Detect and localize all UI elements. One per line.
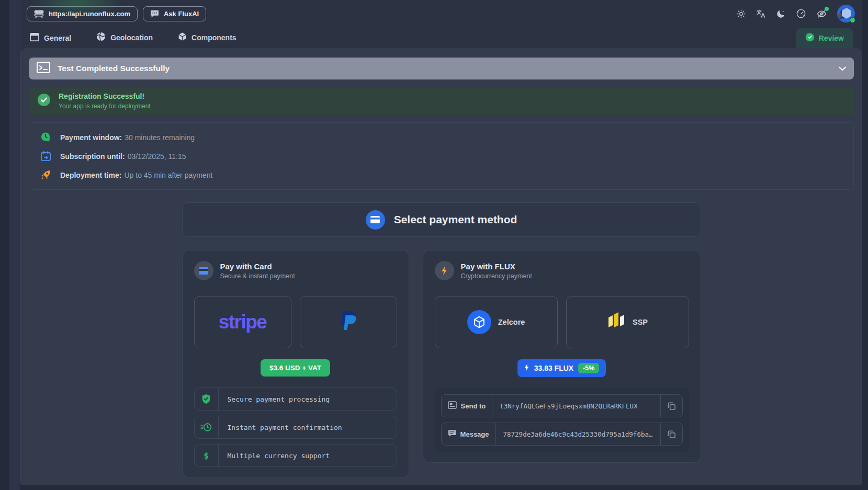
flux-amount: 33.83 FLUX	[534, 364, 573, 372]
eye-off-icon[interactable]	[816, 8, 827, 19]
flux-methods: Zelcore SSP	[435, 296, 689, 348]
feature-label: Instant payment confirmation	[219, 424, 342, 431]
tab-label: General	[44, 34, 71, 42]
registration-success-alert: Registration Successful! Your app is rea…	[29, 87, 854, 115]
chat-bubble-icon	[150, 10, 159, 18]
check-circle-icon	[37, 93, 51, 109]
stripe-button[interactable]: stripe	[194, 296, 291, 348]
info-row-subscription: Subscription until:03/12/2025, 11:15	[39, 151, 843, 162]
send-to-row: Send to t3NryfAQLGeFs9jEoeqsxmBN2QLRaRKF…	[441, 394, 683, 417]
tab-label: Geolocation	[110, 33, 153, 42]
info-label: Deployment time:	[60, 171, 121, 179]
info-value: 30 minutes remaining	[125, 133, 195, 142]
terminal-icon	[37, 62, 50, 75]
cube-icon	[178, 32, 187, 43]
copy-message-button[interactable]	[660, 423, 682, 445]
pay-with-card-panel: Pay with Card Secure & instant payment s…	[182, 250, 409, 478]
ask-fluxai-button[interactable]: Ask FluxAI	[143, 6, 206, 21]
pay-with-flux-panel: Pay with FLUX Cryptocurrency payment	[423, 250, 701, 463]
message-label: Message	[460, 430, 489, 438]
clock-icon	[39, 132, 52, 143]
stripe-logo: stripe	[219, 311, 267, 333]
banner-title: Test Completed Successfully	[58, 64, 170, 73]
payment-section: Select payment method Pay with Card	[182, 202, 701, 478]
credit-card-icon	[366, 210, 385, 230]
message-icon	[448, 429, 456, 439]
app-window: https://api.runonflux.com Ask FluxAI	[20, 0, 862, 485]
dark-mode-moon-icon[interactable]	[776, 9, 786, 19]
card-features: Secure payment processing Instant payme	[194, 388, 397, 467]
server-icon	[34, 10, 44, 18]
ask-fluxai-label: Ask FluxAI	[164, 10, 199, 18]
app-url-chip[interactable]: https://api.runonflux.com	[27, 6, 138, 21]
message-row: Message 78729de3a6de46c9c43d25330d795a1d…	[441, 423, 683, 446]
fast-clock-icon	[195, 416, 219, 438]
flux-badge-row: 33.83 FLUX -5%	[435, 359, 689, 377]
info-label: Payment window:	[60, 133, 122, 142]
flux-amount-badge[interactable]: 33.83 FLUX -5%	[517, 359, 606, 377]
feature-label: Multiple currency support	[219, 452, 330, 460]
copy-address-button[interactable]	[660, 395, 682, 417]
rocket-icon	[39, 169, 52, 180]
calendar-icon	[39, 151, 52, 162]
globe-icon	[96, 32, 106, 43]
test-result-banner[interactable]: Test Completed Successfully	[29, 58, 854, 79]
avatar-status-dot	[850, 17, 855, 23]
card-methods: stripe	[194, 296, 397, 348]
wallet-card-icon	[448, 401, 457, 411]
tab-bar: General Geolocation Components	[20, 27, 862, 48]
gauge-icon[interactable]	[796, 8, 806, 19]
tab-geolocation[interactable]: Geolocation	[96, 32, 153, 48]
paypal-button[interactable]	[300, 296, 397, 348]
flux-panel-subtitle: Cryptocurrency payment	[461, 272, 532, 280]
send-to-label-cell: Send to	[442, 395, 493, 417]
main-content: Test Completed Successfully Registration…	[20, 48, 862, 485]
price-badge-row: $3.6 USD + VAT	[194, 359, 397, 377]
window-icon	[30, 33, 39, 43]
info-label: Subscription until:	[60, 152, 125, 161]
card-panel-title: Pay with Card	[220, 262, 295, 271]
info-value: Up to 45 min after payment	[124, 171, 212, 179]
shield-check-icon	[195, 388, 219, 410]
feature-row-currency: $ Multiple currency support	[194, 444, 397, 467]
feature-label: Secure payment processing	[219, 395, 330, 403]
avatar[interactable]	[837, 5, 855, 22]
message-label-cell: Message	[442, 423, 496, 445]
translate-icon[interactable]	[756, 9, 766, 19]
tab-review[interactable]: Review	[796, 28, 853, 48]
zelcore-button[interactable]: Zelcore	[435, 296, 558, 348]
card-icon	[194, 261, 213, 280]
message-value: 78729de3a6de46c9c43d25330d795a1d9f6ba…	[496, 430, 660, 438]
select-payment-header: Select payment method	[182, 202, 701, 237]
tab-label: Review	[819, 34, 844, 42]
feature-row-secure: Secure payment processing	[194, 388, 397, 411]
tab-components[interactable]: Components	[178, 32, 236, 48]
deployment-info-panel: Payment window:30 minutes remaining Subs…	[29, 122, 854, 190]
gear-icon[interactable]	[736, 9, 746, 19]
success-title: Registration Successful!	[59, 92, 151, 100]
select-payment-title: Select payment method	[394, 213, 517, 226]
card-panel-header: Pay with Card Secure & instant payment	[194, 261, 397, 280]
app-url-label: https://api.runonflux.com	[49, 10, 130, 18]
info-row-payment-window: Payment window:30 minutes remaining	[39, 132, 843, 143]
ssp-button[interactable]: SSP	[566, 296, 689, 348]
flux-panel-header: Pay with FLUX Cryptocurrency payment	[435, 261, 689, 280]
notification-dot	[825, 7, 829, 11]
paypal-logo-icon	[339, 309, 358, 335]
success-subtitle: Your app is ready for deployment	[59, 102, 151, 110]
zelcore-cube-icon	[467, 310, 491, 334]
discount-chip: -5%	[578, 363, 599, 373]
card-panel-subtitle: Secure & instant payment	[220, 272, 295, 280]
chevron-down-icon[interactable]	[839, 66, 846, 71]
top-bar: https://api.runonflux.com Ask FluxAI	[20, 0, 862, 27]
flux-address-panel: Send to t3NryfAQLGeFs9jEoeqsxmBN2QLRaRKF…	[435, 388, 689, 452]
tab-label: Components	[191, 33, 236, 42]
tab-general[interactable]: General	[30, 33, 71, 48]
send-to-address: t3NryfAQLGeFs9jEoeqsxmBN2QLRaRKFLUX	[492, 402, 660, 410]
info-value: 03/12/2025, 11:15	[128, 152, 186, 161]
price-badge[interactable]: $3.6 USD + VAT	[261, 359, 330, 377]
info-row-deployment-time: Deployment time:Up to 45 min after payme…	[39, 169, 843, 180]
method-label: Zelcore	[498, 318, 525, 326]
bolt-icon	[524, 363, 529, 373]
ssp-logo-icon	[607, 310, 626, 335]
